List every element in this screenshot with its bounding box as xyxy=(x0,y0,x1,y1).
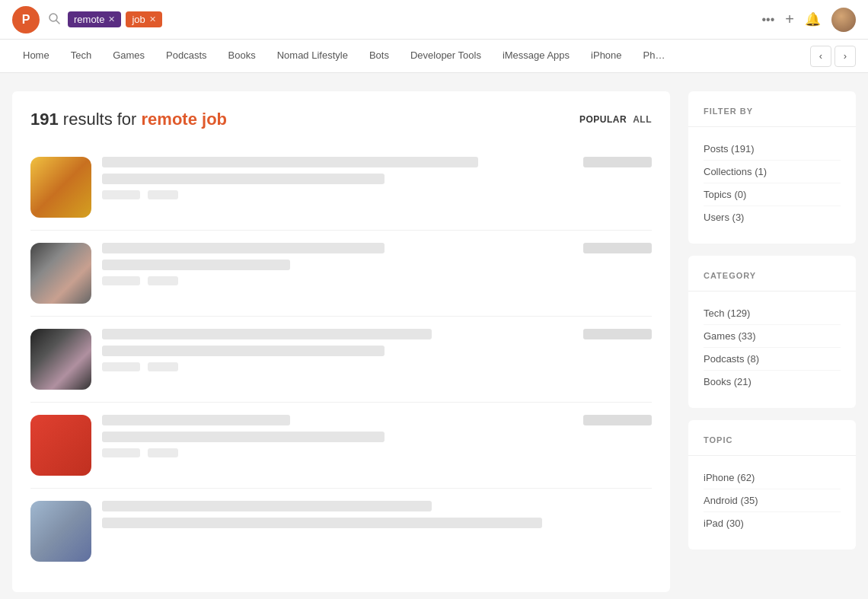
result-action-btn[interactable] xyxy=(583,157,652,167)
result-meta-item xyxy=(148,190,178,199)
category-tech[interactable]: Tech (129) xyxy=(704,302,841,325)
category-games[interactable]: Games (33) xyxy=(704,325,841,348)
tag-job-close[interactable]: ✕ xyxy=(149,14,156,24)
result-meta xyxy=(102,276,573,285)
result-action xyxy=(583,415,652,425)
category-podcasts[interactable]: Podcasts (8) xyxy=(704,348,841,371)
section-divider xyxy=(688,455,856,456)
result-title-line xyxy=(102,415,290,425)
nav-item-nomad-lifestyle[interactable]: Nomad Lifestyle xyxy=(266,40,359,73)
result-thumbnail[interactable] xyxy=(30,501,91,562)
filter-collections[interactable]: Collections (1) xyxy=(704,161,841,183)
result-content xyxy=(102,501,652,534)
avatar[interactable] xyxy=(831,8,856,32)
category-books[interactable]: Books (21) xyxy=(704,371,841,393)
logo-button[interactable]: P xyxy=(12,6,40,33)
result-item xyxy=(30,317,652,403)
tag-job[interactable]: job ✕ xyxy=(126,11,161,27)
result-action xyxy=(583,157,652,167)
result-content xyxy=(102,415,573,457)
results-panel: 191 results for remote job POPULAR ALL xyxy=(12,91,670,592)
nav-item-bots[interactable]: Bots xyxy=(359,40,400,73)
tag-job-label: job xyxy=(132,14,145,25)
section-divider xyxy=(688,291,856,292)
result-thumbnail[interactable] xyxy=(30,329,91,390)
tag-remote-close[interactable]: ✕ xyxy=(108,14,115,24)
result-title-line xyxy=(102,329,432,339)
result-subtitle-line xyxy=(102,518,542,528)
result-meta-item xyxy=(102,276,140,285)
nav-arrow-left[interactable]: ‹ xyxy=(810,46,831,67)
svg-line-1 xyxy=(56,21,59,24)
result-action xyxy=(583,329,652,339)
result-thumbnail[interactable] xyxy=(30,157,91,218)
nav-item-games[interactable]: Games xyxy=(102,40,155,73)
result-action-btn[interactable] xyxy=(583,329,652,339)
result-title-line xyxy=(102,157,478,167)
top-nav: P remote ✕ job ✕ ••• + 🔔 xyxy=(0,0,868,40)
result-item xyxy=(30,489,652,574)
topic-title: TOPIC xyxy=(704,435,841,444)
result-title-line xyxy=(102,501,432,511)
result-action-btn[interactable] xyxy=(583,415,652,425)
result-subtitle-line xyxy=(102,346,385,356)
sort-popular-button[interactable]: POPULAR xyxy=(579,114,627,125)
result-subtitle-line xyxy=(102,260,290,270)
nav-item-tech[interactable]: Tech xyxy=(60,40,102,73)
search-icon xyxy=(49,13,60,27)
category-section: CATEGORY Tech (129) Games (33) Podcasts … xyxy=(688,256,856,408)
results-query: remote job xyxy=(142,110,227,129)
result-item xyxy=(30,231,652,317)
result-subtitle-line xyxy=(102,174,385,184)
result-thumbnail[interactable] xyxy=(30,243,91,304)
filter-topics[interactable]: Topics (0) xyxy=(704,183,841,206)
nav-arrow-right[interactable]: › xyxy=(834,46,856,67)
result-meta-item xyxy=(148,276,178,285)
result-meta-item xyxy=(148,362,178,371)
tag-remote[interactable]: remote ✕ xyxy=(68,11,121,27)
more-options-button[interactable]: ••• xyxy=(762,13,775,27)
category-title: CATEGORY xyxy=(704,271,841,280)
result-action xyxy=(583,243,652,253)
topic-iphone[interactable]: iPhone (62) xyxy=(704,467,841,489)
avatar-image xyxy=(831,8,856,32)
results-title: 191 results for remote job xyxy=(30,110,227,129)
filter-users[interactable]: Users (3) xyxy=(704,206,841,228)
search-area: remote ✕ job ✕ xyxy=(49,11,750,27)
topic-ipad[interactable]: iPad (30) xyxy=(704,512,841,534)
main-area: 191 results for remote job POPULAR ALL xyxy=(0,73,868,599)
category-nav: Home Tech Games Podcasts Books Nomad Lif… xyxy=(0,40,868,73)
result-content xyxy=(102,157,573,199)
result-content xyxy=(102,329,573,371)
sort-buttons: POPULAR ALL xyxy=(579,114,652,125)
result-meta-item xyxy=(102,362,140,371)
result-meta-item xyxy=(102,448,140,457)
nav-item-podcasts[interactable]: Podcasts xyxy=(155,40,217,73)
tag-remote-label: remote xyxy=(74,14,104,25)
result-action-btn[interactable] xyxy=(583,243,652,253)
sort-all-button[interactable]: ALL xyxy=(633,114,652,125)
filter-posts[interactable]: Posts (191) xyxy=(704,138,841,161)
result-item xyxy=(30,403,652,489)
results-label: results for xyxy=(63,110,142,129)
result-content xyxy=(102,243,573,285)
topic-android[interactable]: Android (35) xyxy=(704,489,841,512)
section-divider xyxy=(688,126,856,127)
nav-item-developer-tools[interactable]: Developer Tools xyxy=(400,40,492,73)
nav-item-imessage-apps[interactable]: iMessage Apps xyxy=(492,40,580,73)
nav-item-home[interactable]: Home xyxy=(12,40,60,73)
result-thumbnail[interactable] xyxy=(30,415,91,476)
nav-item-books[interactable]: Books xyxy=(218,40,266,73)
result-meta xyxy=(102,448,573,457)
notifications-bell-icon[interactable]: 🔔 xyxy=(805,11,821,27)
result-meta-item xyxy=(148,448,178,457)
result-meta xyxy=(102,190,573,199)
nav-arrows: ‹ › xyxy=(810,46,856,67)
nav-item-iphone[interactable]: iPhone xyxy=(580,40,632,73)
results-header: 191 results for remote job POPULAR ALL xyxy=(30,110,652,129)
add-button[interactable]: + xyxy=(785,11,794,28)
result-subtitle-line xyxy=(102,432,385,442)
result-title-line xyxy=(102,243,385,253)
nav-item-more[interactable]: Ph… xyxy=(633,40,676,73)
filter-by-section: FILTER BY Posts (191) Collections (1) To… xyxy=(688,91,856,244)
